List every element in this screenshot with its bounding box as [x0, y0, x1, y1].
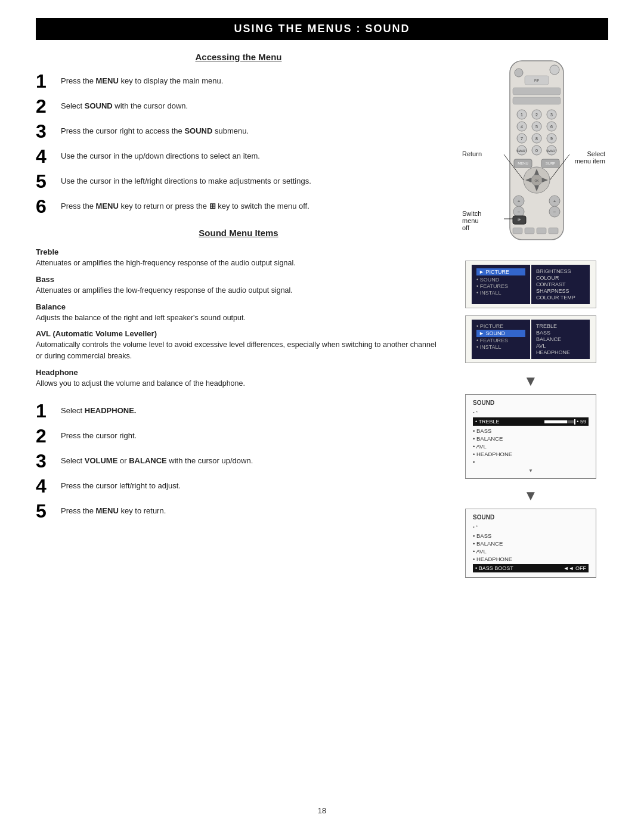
svg-rect-5	[513, 88, 561, 95]
hp-step-row-2: 2 Press the cursor right.	[36, 426, 441, 445]
svg-text:SMART: SMART	[546, 149, 556, 153]
svg-rect-54	[537, 228, 546, 234]
step-text-5: Use the cursor in the left/right directi…	[61, 172, 311, 187]
select-menu-item-label: Select menu item	[569, 150, 605, 165]
headphone-desc: Allows you to adjust the volume and bala…	[36, 378, 441, 389]
svg-text:SURF: SURF	[546, 162, 556, 165]
hp-step-number-4: 4	[36, 476, 54, 496]
avl-desc: Automatically controls the volume level …	[36, 339, 441, 362]
hp-step-row-1: 1 Select HEADPHONE.	[36, 401, 441, 420]
svg-text:−: −	[553, 209, 556, 215]
svg-rect-53	[525, 228, 534, 234]
svg-text:5: 5	[535, 125, 538, 129]
hp-step-number-1: 1	[36, 401, 54, 420]
balance-row: • BALANCE	[473, 435, 589, 442]
svg-text:PIP: PIP	[534, 79, 540, 82]
avl-row: • AVL	[473, 442, 589, 450]
step-number-4: 4	[36, 147, 54, 166]
svg-text:2: 2	[535, 113, 538, 117]
svg-text:4: 4	[521, 125, 523, 129]
hp-step-text-3: Select VOLUME or BALANCE with the cursor…	[61, 451, 253, 467]
bass-desc: Attenuates or amplifies the low-frequenc…	[36, 285, 441, 296]
svg-text:9: 9	[550, 137, 553, 141]
sound-box-title-4: SOUND	[473, 514, 589, 521]
svg-text:3: 3	[550, 113, 553, 117]
treble-desc: Attenuates or amplifies the high-frequen…	[36, 258, 441, 269]
sound-bassboost-box: SOUND • * • BASS • BALANCE • AVL • HEADP…	[465, 509, 596, 578]
svg-text:OK: OK	[534, 179, 539, 182]
step-row-5: 5 Use the cursor in the left/right direc…	[36, 172, 441, 191]
step-text-6: Press the MENU key to return or press th…	[61, 197, 309, 212]
step-row-4: 4 Use the cursor in the up/down directio…	[36, 147, 441, 166]
step-number-6: 6	[36, 197, 54, 216]
step-number-5: 5	[36, 172, 54, 191]
sound-treble-box: SOUND • * • TREBLE • 59 • BASS • BALANCE…	[465, 394, 596, 479]
arrow-down-icon: ▼	[524, 373, 538, 389]
step-number-3: 3	[36, 122, 54, 141]
bass-row: • BASS	[473, 427, 589, 435]
accessing-menu-title: Accessing the Menu	[36, 52, 441, 62]
avl-title: AVL (Automatic Volume Leveller)	[36, 329, 441, 338]
step-row-6: 6 Press the MENU key to return or press …	[36, 197, 441, 216]
step-text-1: Press the MENU key to display the main m…	[61, 72, 223, 87]
remote-control-illustration: Return Select menu item Switchmenuoff	[462, 58, 599, 249]
step-number-2: 2	[36, 97, 54, 116]
hp-step-text-1: Select HEADPHONE.	[61, 401, 136, 417]
bassboost-balance-row: • BALANCE	[473, 540, 589, 547]
switch-menu-off-label: Switchmenuoff	[462, 210, 481, 231]
balance-desc: Adjusts the balance of the right and lef…	[36, 312, 441, 324]
bass-boost-active-row: • BASS BOOST ◄◄ OFF	[473, 564, 589, 572]
svg-text:i+: i+	[518, 218, 521, 222]
hp-step-row-3: 3 Select VOLUME or BALANCE with the curs…	[36, 451, 441, 470]
sound-menu-section: Sound Menu Items Treble Attenuates or am…	[36, 228, 441, 389]
hp-step-row-4: 4 Press the cursor left/right to adjust.	[36, 476, 441, 496]
treble-active-row: • TREBLE • 59	[473, 417, 589, 426]
step-text-4: Use the cursor in the up/down directions…	[61, 147, 260, 162]
bass-title: Bass	[36, 275, 441, 284]
svg-text:6: 6	[550, 125, 553, 129]
svg-text:+: +	[553, 199, 556, 204]
svg-text:1: 1	[521, 113, 523, 117]
step-row-2: 2 Select SOUND with the cursor down.	[36, 97, 441, 116]
hp-step-number-2: 2	[36, 426, 54, 445]
sound-menu-title: Sound Menu Items	[36, 228, 441, 238]
svg-rect-52	[513, 228, 522, 234]
svg-text:SMART: SMART	[516, 149, 527, 153]
hp-step-text-2: Press the cursor right.	[61, 426, 137, 442]
extra-row: •	[473, 458, 589, 466]
step-row-1: 1 Press the MENU key to display the main…	[36, 72, 441, 91]
hp-step-number-5: 5	[36, 501, 54, 521]
balance-title: Balance	[36, 302, 441, 311]
page-number: 18	[318, 806, 326, 815]
headphone-row: • HEADPHONE	[473, 450, 589, 458]
svg-rect-55	[549, 228, 558, 234]
bassboost-avl-row: • AVL	[473, 547, 589, 555]
svg-text:−: −	[518, 209, 521, 215]
bassboost-bass-row: • BASS	[473, 532, 589, 540]
bassboost-headphone-row: • HEADPHONE	[473, 555, 589, 563]
accessing-menu-section: Accessing the Menu 1 Press the MENU key …	[36, 52, 441, 216]
svg-rect-6	[513, 97, 561, 104]
step-number-1: 1	[36, 72, 54, 91]
hp-step-text-5: Press the MENU key to return.	[61, 501, 166, 517]
treble-title: Treble	[36, 247, 441, 256]
hp-step-row-5: 5 Press the MENU key to return.	[36, 501, 441, 521]
step-text-3: Press the cursor right to access the SOU…	[61, 122, 249, 137]
menu-screen-picture: ► PICTURE • SOUND • FEATURES • INSTALL B…	[465, 261, 596, 308]
svg-text:MENU: MENU	[518, 162, 528, 165]
step-row-3: 3 Press the cursor right to access the S…	[36, 122, 441, 141]
headphone-title: Headphone	[36, 368, 441, 377]
svg-text:8: 8	[535, 137, 538, 141]
right-column: Return Select menu item Switchmenuoff	[453, 52, 608, 584]
headphone-steps-section: 1 Select HEADPHONE. 2 Press the cursor r…	[36, 401, 441, 521]
return-label: Return	[462, 150, 482, 157]
page: Using the Menus : Sound Accessing the Me…	[0, 0, 644, 833]
sound-box-title-3: SOUND	[473, 400, 589, 406]
arrow-down-icon-2: ▼	[524, 487, 538, 504]
left-column: Accessing the Menu 1 Press the MENU key …	[36, 52, 441, 584]
svg-text:0: 0	[535, 148, 538, 153]
hp-step-text-4: Press the cursor left/right to adjust.	[61, 476, 181, 492]
step-text-2: Select SOUND with the cursor down.	[61, 97, 188, 112]
svg-point-1	[515, 69, 523, 77]
hp-step-number-3: 3	[36, 451, 54, 470]
